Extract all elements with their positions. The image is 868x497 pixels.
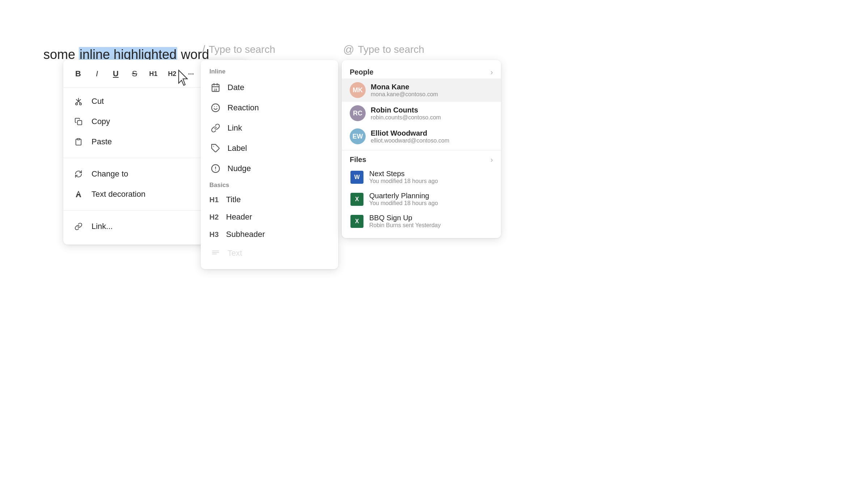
elliot-item[interactable]: EW Elliot Woodward elliot.woodward@conto… [342, 125, 501, 148]
date-label: Date [227, 83, 244, 92]
quarterly-planning-info: Quarterly Planning You modified 18 hours… [369, 192, 493, 207]
subheader-label: Subheader [226, 230, 265, 239]
mona-avatar: MK [350, 82, 366, 98]
quarterly-planning-meta: You modified 18 hours ago [369, 200, 493, 207]
people-chevron: › [490, 68, 493, 76]
bbq-signup-info: BBQ Sign Up Robin Burns sent Yesterday [369, 214, 493, 229]
excel-icon-1: X [350, 193, 363, 206]
header-label: Header [226, 212, 252, 222]
slash-link-icon [209, 122, 222, 134]
svg-rect-3 [77, 120, 82, 125]
reaction-label: Reaction [227, 103, 259, 112]
h1-button[interactable]: H1 [145, 65, 162, 82]
mona-email: mona.kane@contoso.com [371, 91, 493, 98]
reaction-icon [209, 102, 222, 114]
bold-button[interactable]: B [70, 65, 86, 82]
slash-placeholder: Type to search [209, 44, 275, 55]
slash-menu-container: / Type to search Inline 18 Date Reaction [201, 43, 338, 269]
date-icon: 18 [209, 81, 222, 94]
elliot-avatar: EW [350, 128, 366, 144]
excel-icon-2: X [350, 215, 363, 228]
change-to-icon [72, 167, 85, 180]
slash-label-item[interactable]: Label [201, 138, 338, 158]
h2-badge: H2 [209, 213, 220, 221]
slash-nudge-item[interactable]: Nudge [201, 158, 338, 179]
bbq-signup-name: BBQ Sign Up [369, 214, 493, 222]
robin-item[interactable]: RC Robin Counts robin.counts@contoso.com [342, 102, 501, 125]
italic-button[interactable]: I [89, 65, 105, 82]
bbq-signup-item[interactable]: X BBQ Sign Up Robin Burns sent Yesterday [342, 210, 501, 232]
mona-name: Mona Kane [371, 83, 493, 91]
at-placeholder: Type to search [358, 44, 424, 55]
nudge-icon [209, 162, 222, 175]
more-button[interactable]: ··· [183, 65, 199, 82]
slash-inline-label: Inline [201, 65, 338, 77]
slash-text-item[interactable]: Text [201, 243, 338, 263]
slash-subheader-item[interactable]: H3 Subheader [201, 226, 338, 243]
slash-header-item[interactable]: H2 Header [201, 208, 338, 226]
copy-icon [72, 115, 85, 128]
bbq-signup-file-icon: X [350, 214, 364, 229]
slash-reaction-item[interactable]: Reaction [201, 98, 338, 118]
robin-name: Robin Counts [371, 106, 493, 114]
people-label: People [350, 68, 374, 76]
robin-email: robin.counts@contoso.com [371, 114, 493, 121]
title-label: Title [226, 195, 241, 204]
at-menu-container: @ Type to search People › MK Mona Kane m… [342, 43, 501, 238]
people-section-header[interactable]: People › [342, 65, 501, 78]
svg-point-12 [212, 104, 220, 112]
slash-search-bar[interactable]: / Type to search [201, 43, 338, 56]
at-char: @ [343, 43, 354, 56]
label-icon [209, 142, 222, 154]
text-icon [209, 247, 222, 259]
at-search-bar[interactable]: @ Type to search [342, 43, 501, 56]
at-menu: People › MK Mona Kane mona.kane@contoso.… [342, 60, 501, 238]
files-section-header[interactable]: Files › [342, 153, 501, 166]
files-label: Files [350, 156, 366, 164]
label-label: Label [227, 144, 247, 153]
h2-button[interactable]: H2 [164, 65, 180, 82]
slash-link-item[interactable]: Link [201, 118, 338, 138]
robin-info: Robin Counts robin.counts@contoso.com [371, 106, 493, 121]
quarterly-planning-name: Quarterly Planning [369, 192, 493, 200]
next-steps-info: Next Steps You modified 18 hours ago [369, 170, 493, 184]
slash-link-label: Link [227, 123, 242, 133]
next-steps-file-icon: W [350, 170, 364, 184]
slash-char: / [202, 43, 205, 56]
next-steps-item[interactable]: W Next Steps You modified 18 hours ago [342, 166, 501, 188]
mona-info: Mona Kane mona.kane@contoso.com [371, 83, 493, 98]
elliot-email: elliot.woodward@contoso.com [371, 137, 493, 144]
paste-icon [72, 135, 85, 148]
quarterly-planning-file-icon: X [350, 192, 364, 207]
next-steps-meta: You modified 18 hours ago [369, 178, 493, 184]
h1-badge: H1 [209, 196, 220, 204]
text-decoration-icon [72, 188, 85, 201]
slash-date-item[interactable]: 18 Date [201, 77, 338, 98]
robin-avatar: RC [350, 105, 366, 121]
elliot-name: Elliot Woodward [371, 129, 493, 137]
slash-basics-label: Basics [201, 179, 338, 191]
cut-icon [72, 95, 85, 108]
files-chevron: › [490, 156, 493, 164]
nudge-label: Nudge [227, 164, 251, 173]
slash-title-item[interactable]: H1 Title [201, 191, 338, 208]
text-label: Text [227, 248, 242, 258]
next-steps-name: Next Steps [369, 170, 493, 178]
strikethrough-button[interactable]: S [126, 65, 143, 82]
underline-button[interactable]: U [107, 65, 124, 82]
word-icon: W [350, 171, 363, 184]
bbq-signup-meta: Robin Burns sent Yesterday [369, 222, 493, 229]
elliot-info: Elliot Woodward elliot.woodward@contoso.… [371, 129, 493, 144]
quarterly-planning-item[interactable]: X Quarterly Planning You modified 18 hou… [342, 188, 501, 210]
svg-text:18: 18 [214, 88, 217, 92]
slash-menu: Inline 18 Date Reaction [201, 60, 338, 269]
svg-rect-4 [77, 139, 80, 140]
link-icon [72, 220, 85, 233]
at-divider [342, 150, 501, 150]
mona-item[interactable]: MK Mona Kane mona.kane@contoso.com [342, 78, 501, 102]
h3-badge: H3 [209, 230, 220, 239]
